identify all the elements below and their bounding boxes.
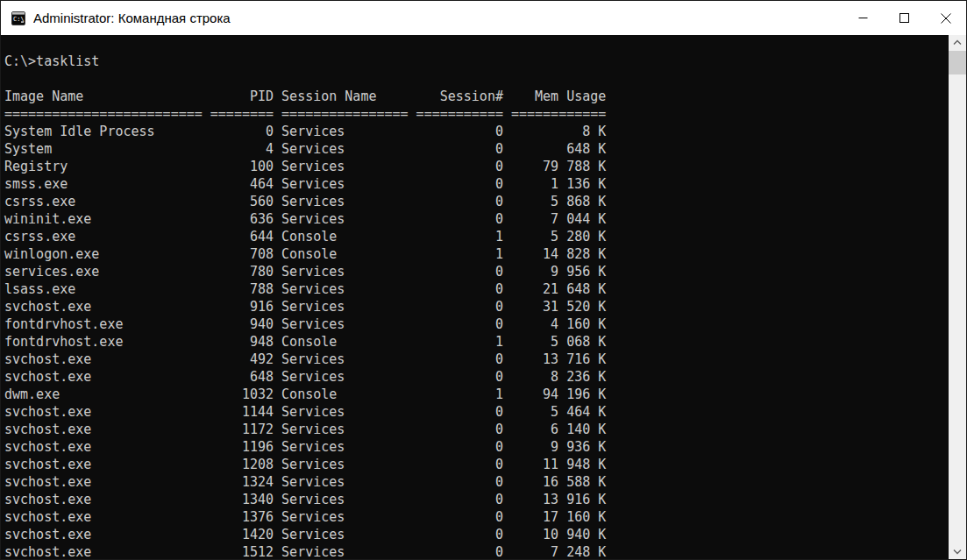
- console-line: services.exe 780 Services 0 9 956 K: [4, 263, 966, 280]
- window-title: Administrator: Командная строка: [33, 11, 843, 25]
- maximize-button[interactable]: [884, 1, 925, 35]
- close-button[interactable]: [925, 1, 966, 35]
- console-line: dwm.exe 1032 Console 1 94 196 K: [4, 386, 966, 403]
- scrollbar[interactable]: [949, 35, 966, 559]
- console-line: svchost.exe 1420 Services 0 10 940 K: [4, 526, 966, 543]
- console-line: csrss.exe 560 Services 0 5 868 K: [4, 193, 966, 210]
- console-line: smss.exe 464 Services 0 1 136 K: [4, 175, 966, 193]
- chevron-down-icon: [953, 549, 962, 555]
- console-line: svchost.exe 1144 Services 0 5 464 K: [4, 403, 966, 421]
- console-line: svchost.exe 1512 Services 0 7 248 K: [4, 543, 966, 559]
- chevron-up-icon: [953, 39, 962, 46]
- console-line: Image Name PID Session Name Session# Mem…: [4, 88, 966, 105]
- minimize-icon: [858, 13, 868, 23]
- cmd-icon[interactable]: C:\: [11, 11, 25, 25]
- console-line: svchost.exe 916 Services 0 31 520 K: [4, 298, 966, 315]
- console-line: svchost.exe 1340 Services 0 13 916 K: [4, 491, 966, 508]
- scroll-down-button[interactable]: [949, 544, 966, 559]
- console-line: wininit.exe 636 Services 0 7 044 K: [4, 210, 966, 228]
- scroll-up-button[interactable]: [949, 35, 966, 50]
- command-prompt-window: C:\ Administrator: Командная строка: [0, 0, 967, 560]
- console-line: svchost.exe 648 Services 0 8 236 K: [4, 368, 966, 386]
- console-line: lsass.exe 788 Services 0 21 648 K: [4, 280, 966, 298]
- console-line: winlogon.exe 708 Console 1 14 828 K: [4, 245, 966, 263]
- close-icon: [941, 13, 951, 24]
- console-line: svchost.exe 1208 Services 0 11 948 K: [4, 456, 966, 473]
- console-line: svchost.exe 1324 Services 0 16 588 K: [4, 473, 966, 491]
- scroll-thumb[interactable]: [949, 51, 966, 74]
- console-line: fontdrvhost.exe 948 Console 1 5 068 K: [4, 333, 966, 351]
- console-viewport[interactable]: C:\>tasklistImage Name PID Session Name …: [1, 35, 966, 559]
- console-line: svchost.exe 1376 Services 0 17 160 K: [4, 508, 966, 526]
- console-line: [4, 35, 966, 53]
- console-line: svchost.exe 1196 Services 0 9 936 K: [4, 438, 966, 456]
- console-line: fontdrvhost.exe 940 Services 0 4 160 K: [4, 315, 966, 333]
- console-output: C:\>tasklistImage Name PID Session Name …: [1, 35, 966, 559]
- maximize-icon: [899, 13, 909, 23]
- console-line: svchost.exe 1172 Services 0 6 140 K: [4, 421, 966, 438]
- window-controls: [843, 1, 966, 35]
- titlebar[interactable]: C:\ Administrator: Командная строка: [1, 1, 966, 35]
- console-line: System Idle Process 0 Services 0 8 K: [4, 123, 966, 140]
- prompt-line: C:\>tasklist: [4, 53, 966, 70]
- console-line: System 4 Services 0 648 K: [4, 140, 966, 158]
- cmd-icon: C:\: [11, 11, 25, 25]
- minimize-button[interactable]: [843, 1, 884, 35]
- console-line: Registry 100 Services 0 79 788 K: [4, 158, 966, 175]
- console-line: csrss.exe 644 Console 1 5 280 K: [4, 228, 966, 245]
- console-line: ========================= ======== =====…: [4, 105, 966, 123]
- console-line: svchost.exe 492 Services 0 13 716 K: [4, 351, 966, 368]
- console-line: [4, 70, 966, 88]
